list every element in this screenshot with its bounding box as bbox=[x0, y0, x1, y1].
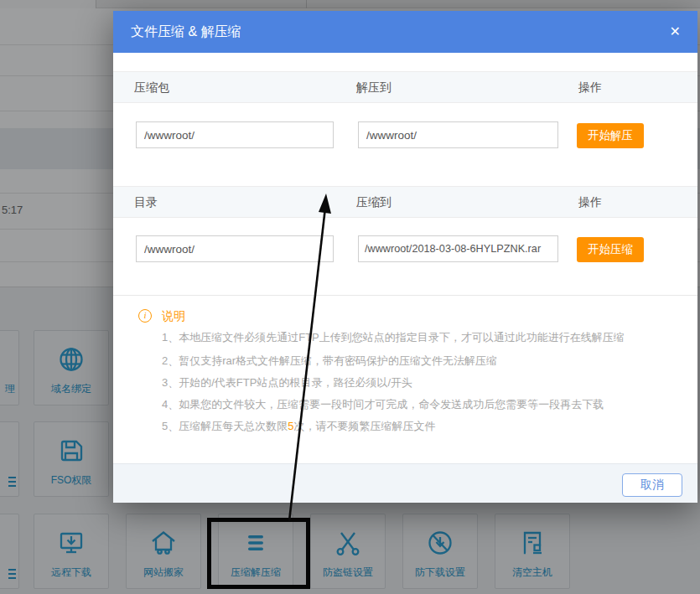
column-header-action: 操作 bbox=[578, 187, 602, 217]
extract-section-header: 压缩包 解压到 操作 bbox=[113, 71, 697, 103]
start-compress-button[interactable]: 开始压缩 bbox=[577, 237, 644, 262]
dialog-title: 文件压缩 & 解压缩 bbox=[131, 11, 241, 53]
notes-divider bbox=[113, 295, 697, 296]
dialog-header: 文件压缩 & 解压缩 ✕ bbox=[113, 11, 697, 53]
compress-section-header: 目录 压缩到 操作 bbox=[113, 186, 697, 218]
start-extract-button[interactable]: 开始解压 bbox=[577, 123, 644, 148]
dialog-footer: 取消 bbox=[113, 463, 697, 503]
note-item-4: 4、如果您的文件较大，压缩需要一段时间才可完成，命令发送成功后您需要等一段再去下… bbox=[162, 397, 604, 412]
column-header-directory: 目录 bbox=[134, 187, 158, 217]
annotation-highlight-box bbox=[207, 518, 310, 589]
note-item-2: 2、暂仅支持rar格式文件解压缩，带有密码保护的压缩文件无法解压缩 bbox=[162, 354, 497, 369]
compress-dest-input[interactable] bbox=[358, 235, 558, 262]
extract-dest-input[interactable] bbox=[358, 121, 558, 148]
column-header-extract-to: 解压到 bbox=[356, 72, 391, 102]
column-header-package: 压缩包 bbox=[134, 72, 169, 102]
note-item-1: 1、本地压缩文件必须先通过FTP上传到您站点的指定目录下，才可以通过此功能进行在… bbox=[162, 330, 625, 345]
note-item-3: 3、开始的/代表FTP站点的根目录，路径必须以/开头 bbox=[162, 375, 412, 390]
compress-extract-dialog: 文件压缩 & 解压缩 ✕ 压缩包 解压到 操作 开始解压 目录 压缩到 操作 开… bbox=[113, 11, 697, 503]
column-header-compress-to: 压缩到 bbox=[356, 187, 391, 217]
notes-title: 说明 bbox=[162, 309, 185, 324]
cancel-button[interactable]: 取消 bbox=[622, 473, 682, 497]
close-icon[interactable]: ✕ bbox=[665, 11, 686, 53]
compress-source-input[interactable] bbox=[136, 235, 334, 262]
extract-source-input[interactable] bbox=[136, 121, 334, 148]
note-item-5: 5、压缩解压每天总次数限5次，请不要频繁压缩解压文件 bbox=[162, 419, 435, 434]
column-header-action: 操作 bbox=[578, 72, 602, 102]
info-icon: i bbox=[138, 309, 152, 323]
